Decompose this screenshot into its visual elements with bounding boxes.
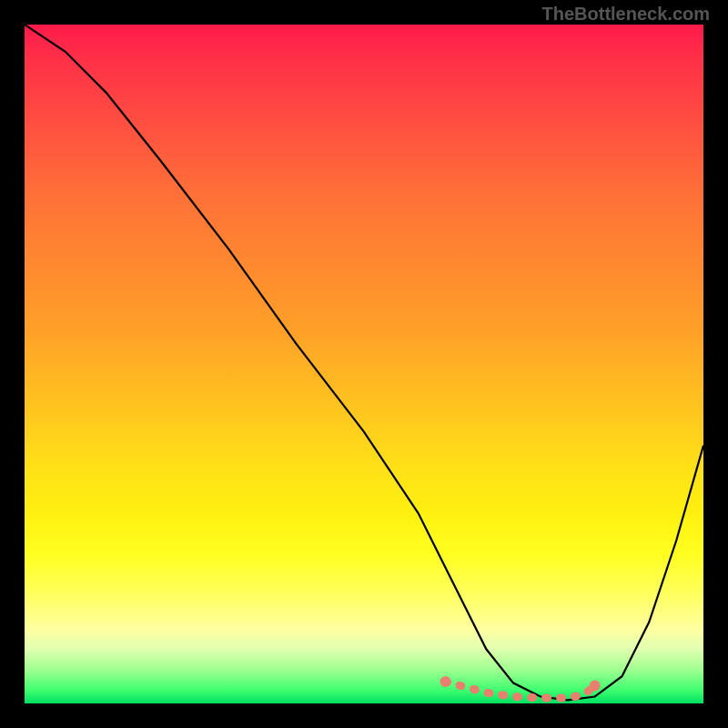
plot-area (25, 25, 703, 703)
bottleneck-curve-line (25, 25, 703, 700)
highlight-range-path (446, 682, 595, 698)
chart-svg (25, 25, 703, 703)
watermark-text: TheBottleneck.com (542, 4, 710, 25)
highlight-range-end (440, 676, 451, 687)
highlight-range-end (590, 681, 601, 692)
